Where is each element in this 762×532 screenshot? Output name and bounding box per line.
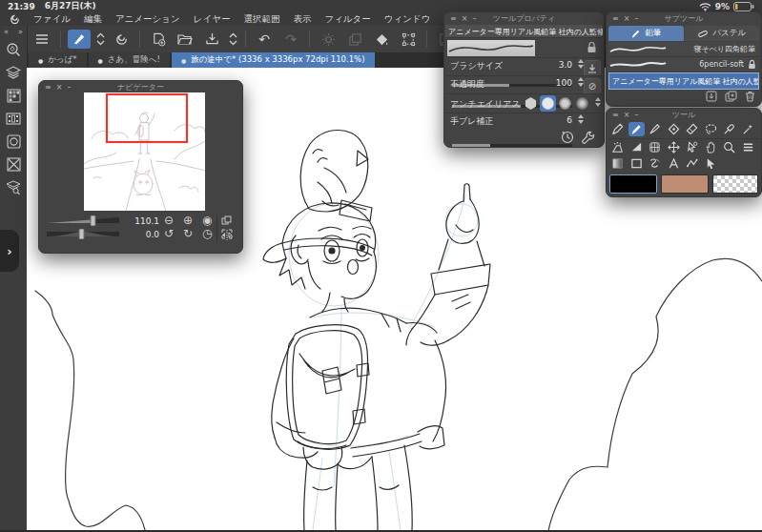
rotate-slider[interactable] (47, 229, 121, 239)
flip-horizontal-button[interactable] (221, 230, 233, 240)
import-subtool-button[interactable] (706, 91, 717, 102)
fill-tool[interactable] (628, 140, 645, 154)
zoom-slider[interactable] (47, 215, 121, 226)
main-color-swatch-selected[interactable] (609, 174, 657, 194)
timeline-palette-button[interactable] (0, 107, 27, 130)
dock-expand-handle[interactable]: › (0, 230, 19, 272)
app-logo-icon[interactable] (8, 13, 22, 26)
zoom-tool[interactable] (721, 140, 737, 154)
menu-selection[interactable]: 選択範囲 (243, 13, 279, 26)
canvas-tab-active[interactable]: ● 旅の途中で* (3336 x 3336px 72dpi 110.1%) (172, 52, 375, 68)
menu-file[interactable]: ファイル (33, 13, 71, 26)
subtool-item-selected[interactable]: アニメーター専用リアル風鉛筆 社内の人監修 (608, 72, 759, 90)
airbrush-tool[interactable] (609, 140, 626, 154)
zoom-out-button[interactable]: ⊖ (164, 215, 174, 226)
rotate-left-button[interactable]: ↺ (164, 228, 174, 239)
tool-property-header[interactable]: ≡ × – ツールプロパティ (444, 12, 604, 25)
duplicate-layer-button[interactable] (343, 30, 366, 49)
antialias-medium-option[interactable] (557, 95, 573, 112)
tone-palette-button[interactable] (0, 130, 27, 153)
subtool-group-tab-pastel[interactable]: パステル (685, 26, 760, 41)
zoom-reset-button[interactable]: ◉ (202, 215, 212, 226)
canvas-tab-1[interactable]: ● かっぱ* (29, 52, 87, 68)
tool-panel: ≡ × – ツール (606, 108, 762, 197)
new-canvas-button[interactable] (147, 30, 170, 49)
antialias-stepper[interactable] (595, 97, 601, 107)
menu-animation[interactable]: アニメーション (115, 13, 180, 26)
antialias-strong-option[interactable] (574, 95, 590, 112)
quick-access-palette-button[interactable] (0, 38, 27, 61)
undo-button[interactable]: ↶ (253, 30, 276, 49)
figure-ruler-tool[interactable] (647, 156, 663, 171)
select-pointer-tool[interactable] (703, 156, 719, 171)
open-file-button[interactable] (174, 30, 196, 49)
selection-lasso-tool[interactable] (703, 122, 719, 136)
dock-collapse-left-icon[interactable]: « (4, 28, 9, 36)
layer-search-palette-button[interactable] (0, 175, 27, 198)
hand-tool[interactable] (703, 140, 719, 154)
opacity-value[interactable]: 100 (544, 78, 572, 88)
subtool-item-1[interactable]: 寝そべり四角鉛筆 (608, 42, 759, 57)
navigator-thumbnail[interactable] (84, 92, 205, 211)
layer-palette-button[interactable] (0, 61, 27, 84)
material-palette-button[interactable] (0, 153, 27, 175)
pencil-tool-selected[interactable] (628, 122, 645, 136)
menu-filter[interactable]: フィルター (324, 13, 370, 26)
current-tool-button[interactable] (68, 30, 91, 49)
save-options-chevrons[interactable] (227, 30, 238, 49)
pen-tool[interactable] (609, 122, 626, 136)
frame-border-tool[interactable] (628, 156, 645, 171)
antialias-weak-option-selected[interactable] (540, 95, 556, 112)
save-button[interactable] (200, 30, 223, 49)
brush-size-source-button[interactable] (584, 60, 601, 76)
color-set-palette-button[interactable] (0, 84, 27, 107)
reset-defaults-button[interactable] (561, 131, 574, 144)
menu-window[interactable]: ウィンドウ (384, 13, 431, 26)
sub-color-swatch[interactable] (661, 174, 709, 194)
color-adjust-button[interactable] (317, 30, 340, 49)
lock-icon[interactable] (587, 41, 597, 53)
redo-button[interactable]: ↷ (279, 30, 302, 49)
menu-edit[interactable]: 編集 (84, 13, 102, 26)
line-correction-tool[interactable] (740, 140, 756, 154)
liquify-mesh-tool[interactable] (647, 140, 663, 154)
text-tool[interactable] (666, 156, 682, 171)
menu-view[interactable]: 表示 (293, 13, 311, 26)
menu-layer[interactable]: レイヤー (194, 13, 231, 26)
auto-select-wand-tool[interactable] (740, 122, 756, 136)
tool-switch-chevrons[interactable] (94, 30, 106, 49)
stabilize-stepper[interactable] (578, 114, 584, 124)
delete-subtool-button[interactable] (745, 91, 755, 102)
date: 6月27日(木) (45, 0, 96, 12)
antialias-none-option[interactable] (523, 95, 539, 112)
duplicate-subtool-button[interactable] (725, 91, 737, 102)
opacity-effect-button[interactable]: ⊘ (584, 78, 601, 94)
subtool-item-2[interactable]: 6pencil-soft (608, 57, 759, 72)
dock-collapse-right-icon[interactable]: » (18, 28, 23, 36)
stabilize-slider[interactable] (452, 144, 572, 147)
toolbar-menu-button[interactable] (31, 30, 53, 49)
polyline-tool[interactable] (684, 156, 700, 171)
mirror-preview-button[interactable] (221, 215, 233, 226)
canvas-tab-2[interactable]: ● さあ、冒険へ! (89, 52, 170, 68)
tool-panel-header[interactable]: ≡ × – ツール (607, 109, 761, 121)
decoration-tool[interactable] (666, 122, 682, 136)
transform-button[interactable] (397, 30, 420, 49)
detail-settings-wrench-button[interactable] (582, 131, 595, 144)
move-layer-tool[interactable] (666, 140, 682, 154)
clip-studio-home-button[interactable] (110, 30, 133, 49)
transparent-color-swatch[interactable] (712, 174, 758, 194)
rotate-right-button[interactable]: ↻ (183, 228, 193, 239)
brush-size-value[interactable]: 3.0 (544, 60, 572, 70)
eyedropper-tool[interactable] (721, 122, 737, 136)
eraser-tool[interactable] (684, 122, 700, 136)
fill-button[interactable] (370, 30, 393, 49)
subtool-header[interactable]: ≡ × – サブツール (607, 12, 761, 25)
rotate-reset-button[interactable]: ◷ (202, 228, 212, 239)
zoom-in-button[interactable]: ⊕ (183, 215, 193, 226)
gradient-tool[interactable] (609, 156, 626, 171)
object-tool[interactable] (684, 140, 700, 154)
stabilize-value[interactable]: 6 (549, 115, 572, 125)
brush-tool[interactable] (647, 122, 663, 136)
subtool-group-tab-pencil[interactable]: 鉛筆 (608, 26, 684, 41)
